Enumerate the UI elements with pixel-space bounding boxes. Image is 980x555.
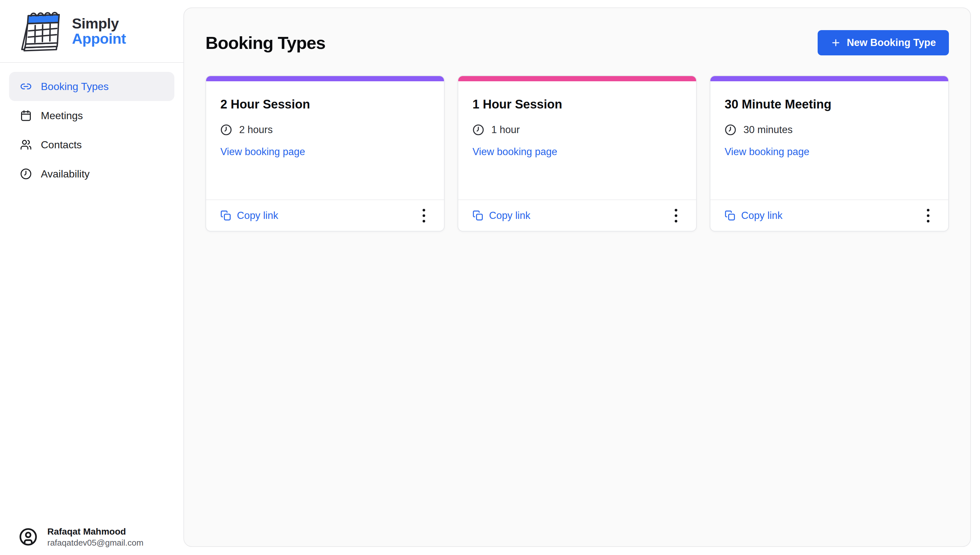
page-title: Booking Types	[206, 33, 325, 53]
card-accent-bar	[710, 76, 948, 81]
kebab-menu-icon	[674, 208, 677, 223]
user-info: Rafaqat Mahmood rafaqatdev05@gmail.com	[47, 526, 143, 548]
duration-row: 2 hours	[220, 124, 430, 136]
brand-name: Simply Appoint	[72, 16, 126, 46]
brand-name-bottom: Appoint	[72, 31, 126, 46]
clock-icon	[725, 124, 736, 136]
copy-icon	[725, 210, 735, 221]
card-menu-button[interactable]	[669, 206, 683, 225]
card-title: 2 Hour Session	[220, 97, 430, 112]
view-booking-page-link[interactable]: View booking page	[220, 146, 305, 158]
users-icon	[20, 139, 32, 151]
user-account[interactable]: Rafaqat Mahmood rafaqatdev05@gmail.com	[19, 526, 143, 548]
card-body: 2 Hour Session 2 hours View booking page	[206, 81, 444, 158]
card-body: 1 Hour Session 1 hour View booking page	[458, 81, 696, 158]
card-footer: Copy link	[206, 199, 444, 231]
sidebar-item-booking-types[interactable]: Booking Types	[9, 72, 174, 101]
copy-link-label: Copy link	[489, 210, 531, 221]
calendar-icon	[20, 110, 32, 122]
sidebar-item-label: Meetings	[41, 110, 83, 122]
user-name: Rafaqat Mahmood	[47, 526, 143, 537]
brand-name-top: Simply	[72, 16, 126, 31]
sidebar: Simply Appoint Booking Types Meetings	[0, 0, 183, 555]
card-accent-bar	[458, 76, 696, 81]
copy-link-button[interactable]: Copy link	[220, 210, 278, 221]
user-avatar-icon	[19, 528, 38, 546]
copy-icon	[220, 210, 231, 221]
duration-row: 1 hour	[473, 124, 682, 136]
duration-row: 30 minutes	[725, 124, 934, 136]
duration-text: 30 minutes	[743, 124, 793, 136]
sidebar-item-label: Contacts	[41, 139, 82, 151]
booking-type-card: 2 Hour Session 2 hours View booking page	[206, 75, 445, 231]
sidebar-item-availability[interactable]: Availability	[9, 159, 174, 188]
card-title: 1 Hour Session	[473, 97, 682, 112]
brand-logo: Simply Appoint	[0, 0, 183, 63]
booking-type-card: 30 Minute Meeting 30 minutes View bookin…	[710, 75, 949, 231]
card-footer: Copy link	[458, 199, 696, 231]
new-booking-type-button[interactable]: New Booking Type	[817, 30, 949, 55]
view-booking-page-link[interactable]: View booking page	[473, 146, 557, 158]
booking-type-card: 1 Hour Session 1 hour View booking page	[458, 75, 697, 231]
sidebar-item-label: Booking Types	[41, 81, 109, 93]
link-icon	[20, 81, 32, 92]
card-menu-button[interactable]	[921, 206, 935, 225]
card-accent-bar	[206, 76, 444, 81]
sidebar-item-contacts[interactable]: Contacts	[9, 130, 174, 159]
sidebar-item-label: Availability	[41, 168, 90, 180]
main-panel: Booking Types New Booking Type 2 Hour Se…	[183, 8, 971, 547]
user-email: rafaqatdev05@gmail.com	[47, 537, 143, 548]
panel-header: Booking Types New Booking Type	[184, 8, 970, 55]
clock-icon	[473, 124, 484, 136]
view-booking-page-link[interactable]: View booking page	[725, 146, 809, 158]
plus-icon	[830, 38, 841, 48]
clock-icon	[20, 168, 32, 180]
duration-text: 1 hour	[491, 124, 520, 136]
new-booking-type-label: New Booking Type	[847, 37, 936, 48]
sidebar-item-meetings[interactable]: Meetings	[9, 101, 174, 130]
copy-link-label: Copy link	[237, 210, 278, 221]
copy-link-button[interactable]: Copy link	[473, 210, 531, 221]
booking-type-cards: 2 Hour Session 2 hours View booking page	[184, 75, 970, 231]
card-menu-button[interactable]	[417, 206, 431, 225]
clock-icon	[220, 124, 232, 136]
kebab-menu-icon	[422, 208, 425, 223]
calendar-logo-icon	[18, 9, 67, 53]
card-body: 30 Minute Meeting 30 minutes View bookin…	[710, 81, 948, 158]
copy-icon	[473, 210, 483, 221]
card-footer: Copy link	[710, 199, 948, 231]
sidebar-nav: Booking Types Meetings Contacts	[0, 72, 183, 188]
card-title: 30 Minute Meeting	[725, 97, 934, 112]
copy-link-button[interactable]: Copy link	[725, 210, 783, 221]
copy-link-label: Copy link	[741, 210, 783, 221]
duration-text: 2 hours	[239, 124, 272, 136]
kebab-menu-icon	[927, 208, 930, 223]
